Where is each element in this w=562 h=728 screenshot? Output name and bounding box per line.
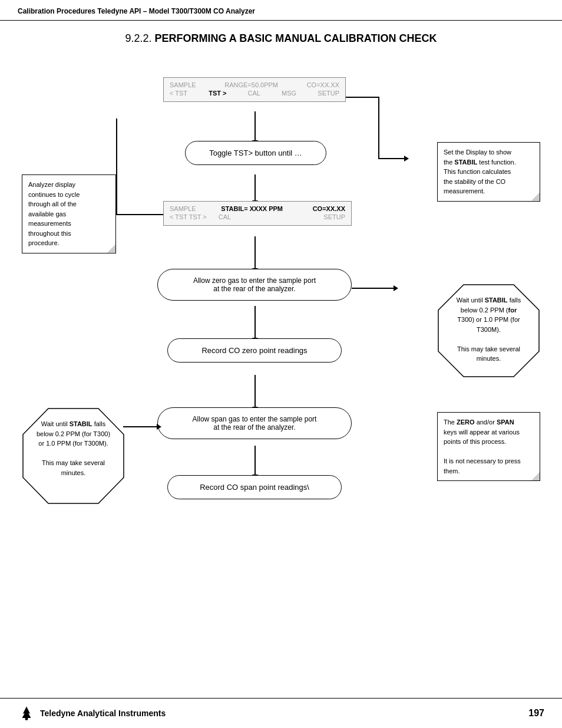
footer-brand: Teledyne Analytical Instruments — [18, 704, 166, 722]
lcd2-cal: CAL — [219, 213, 231, 220]
arrow-pill2-to-pill3 — [254, 306, 256, 338]
lcd2-sample: SAMPLE — [170, 205, 196, 212]
lcd1-range: RANGE=50.0PPM — [224, 81, 278, 88]
lcd1-sample: SAMPLE — [170, 81, 196, 88]
pill-zero-gas: Allow zero gas to enter the sample porta… — [157, 269, 352, 301]
octagon-right-text: Wait until STABIL fallsbelow 0.2 PPM (fo… — [457, 297, 521, 362]
main-content: 9.2.2. PERFORMING A BASIC MANUAL CALIBRA… — [0, 21, 562, 555]
lcd1-tst-left: < TST — [170, 90, 187, 97]
lcd1-msg: MSG — [282, 90, 296, 97]
footer-brand-text: Teledyne Analytical Instruments — [40, 709, 166, 718]
lcd1-cal: CAL — [248, 90, 260, 97]
line-lcd1-to-note — [346, 97, 378, 98]
octagon-left-text: Wait until STABIL fallsbelow 0.2 PPM (fo… — [37, 420, 110, 476]
lcd2-co: CO=XX.XX — [313, 205, 345, 212]
section-title: 9.2.2. PERFORMING A BASIC MANUAL CALIBRA… — [18, 32, 544, 45]
section-number: 9.2.2. — [125, 32, 151, 44]
arrow-octagon-left-to-pill4 — [123, 426, 157, 427]
page-header: Calibration Procedures Teledyne API – Mo… — [0, 0, 562, 21]
pill-toggle-tst: Toggle TST> button until … — [185, 141, 326, 165]
page-footer: Teledyne Analytical Instruments 197 — [0, 698, 562, 728]
lcd1-row2: < TST TST > CAL MSG SETUP — [170, 90, 339, 97]
note-analyzer-text: Analyzer displaycontinues to cyclethroug… — [28, 181, 80, 246]
note-stabil-set-text: Set the Display to showthe STABIL test f… — [444, 149, 516, 195]
lcd1-tst-right: TST > — [209, 90, 226, 97]
lcd1-row1: SAMPLE RANGE=50.0PPM CO=XX.XX — [170, 81, 339, 88]
lcd2-stabil: STABIL= XXXX PPM — [221, 205, 283, 212]
arrow-zero-to-octagon — [375, 288, 394, 289]
pill-span-gas: Allow span gas to enter the sample porta… — [157, 407, 352, 439]
pill3-text: Record CO zero point readings — [201, 346, 307, 355]
lcd1-setup: SETUP — [318, 90, 339, 97]
note-zero-span: The ZERO and/or SPANkeys will appear at … — [437, 412, 540, 481]
arrow-pill1-to-lcd2 — [254, 174, 256, 201]
pill4-text: Allow span gas to enter the sample porta… — [193, 415, 317, 431]
arrow-lcd2-to-pill2 — [254, 236, 256, 269]
lcd2-tst: < TST TST > — [170, 213, 207, 220]
diagram: SAMPLE RANGE=50.0PPM CO=XX.XX < TST TST … — [22, 60, 540, 508]
teledyne-logo-icon — [18, 704, 35, 722]
pill-record-zero: Record CO zero point readings — [167, 338, 342, 363]
svg-rect-4 — [25, 718, 28, 720]
pill1-text: Toggle TST> button until … — [209, 149, 302, 157]
svg-marker-3 — [22, 710, 31, 718]
lcd2-row2: < TST TST > CAL SETUP — [170, 213, 345, 220]
line-analyzer-to-flow — [116, 214, 163, 215]
lcd-display-1: SAMPLE RANGE=50.0PPM CO=XX.XX < TST TST … — [163, 77, 346, 102]
pill5-text: Record CO span point readings\ — [200, 483, 309, 492]
line-analyzer-v — [116, 118, 117, 214]
pill-record-span: Record CO span point readings\ — [167, 475, 342, 499]
note-analyzer-display: Analyzer displaycontinues to cyclethroug… — [22, 174, 116, 253]
pill2-text: Allow zero gas to enter the sample porta… — [193, 276, 316, 293]
lcd2-setup: SETUP — [323, 213, 345, 220]
line-lcd1-v-to-note — [378, 97, 379, 159]
note-zero-span-text: The ZERO and/or SPANkeys will appear at … — [444, 419, 521, 475]
lcd1-co: CO=XX.XX — [307, 81, 339, 88]
arrow-lcd1-to-pill1 — [254, 111, 256, 141]
line-zero-to-octagon-right — [352, 288, 378, 289]
arrow-to-stabil-note — [378, 158, 405, 159]
header-text: Calibration Procedures Teledyne API – Mo… — [18, 7, 255, 15]
footer-page-number: 197 — [528, 708, 544, 719]
lcd-display-2: SAMPLE STABIL= XXXX PPM CO=XX.XX < TST T… — [163, 201, 352, 226]
lcd2-row1: SAMPLE STABIL= XXXX PPM CO=XX.XX — [170, 205, 345, 212]
arrow-pill3-to-pill4 — [254, 375, 256, 407]
arrow-pill4-to-pill5 — [254, 446, 256, 475]
octagon-stabil-left: Wait until STABIL fallsbelow 0.2 PPM (fo… — [22, 407, 125, 505]
octagon-stabil-right: Wait until STABIL fallsbelow 0.2 PPM (fo… — [437, 284, 540, 378]
note-stabil-set: Set the Display to showthe STABIL test f… — [437, 142, 540, 202]
section-title-text: PERFORMING A BASIC MANUAL CALIBRATION CH… — [155, 32, 437, 44]
